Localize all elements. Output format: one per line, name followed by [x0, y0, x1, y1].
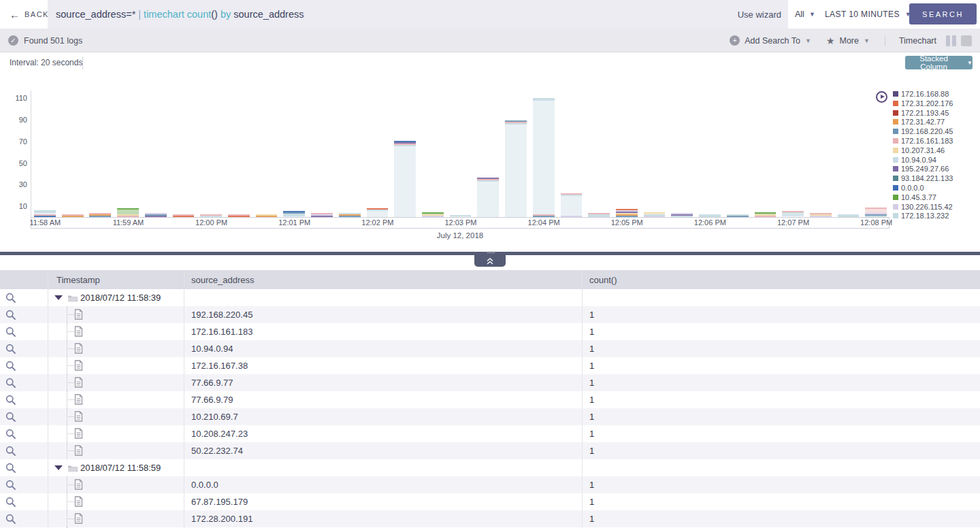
chart-bar-12:05:00[interactable] [616, 209, 638, 217]
table-row[interactable]: 77.66.9.771 [0, 374, 980, 391]
inspect-log-icon[interactable] [5, 395, 16, 408]
chart-bar-12:03:20[interactable] [477, 178, 499, 217]
inspect-log-icon[interactable] [5, 514, 16, 527]
chart-bar-11:58:00[interactable] [34, 210, 56, 217]
table-row[interactable]: 67.87.195.1791 [0, 493, 980, 510]
scope-dropdown[interactable]: All ▼ [795, 0, 815, 29]
inspect-log-icon[interactable] [5, 327, 16, 340]
inspect-log-icon[interactable] [5, 310, 16, 323]
legend-item[interactable]: 93.184.221.133 [893, 174, 953, 182]
inspect-log-icon[interactable] [5, 480, 16, 493]
chart-bar-12:07:00[interactable] [782, 211, 804, 217]
chart-bar-12:02:00[interactable] [367, 208, 389, 217]
legend-swatch [893, 110, 898, 116]
columns-view-icon[interactable] [946, 35, 956, 46]
log-document-icon[interactable] [74, 360, 83, 374]
source-address-value: 0.0.0.0 [191, 476, 218, 493]
chart-bar-11:59:00[interactable] [117, 208, 139, 217]
table-group-row[interactable]: 2018/07/12 11:58:39 [0, 289, 980, 306]
add-search-to-dropdown[interactable]: + Add Search To ▼ [730, 35, 811, 46]
use-wizard-link[interactable]: Use wizard [738, 0, 781, 29]
legend-item[interactable]: 10.94.0.94 [893, 156, 953, 164]
table-row[interactable]: 0.0.0.01 [0, 476, 980, 493]
table-row[interactable]: 172.28.200.1911 [0, 510, 980, 527]
log-document-icon[interactable] [74, 326, 83, 340]
timestamp-cell [48, 510, 184, 527]
inspect-log-icon[interactable] [5, 429, 16, 442]
log-document-icon[interactable] [74, 445, 83, 459]
legend-item[interactable]: 172.16.168.88 [893, 90, 953, 98]
log-document-icon[interactable] [74, 377, 83, 391]
timestamp-cell [48, 476, 184, 493]
table-row[interactable]: 192.168.220.451 [0, 306, 980, 323]
search-query-input[interactable]: source_address=* | timechart count() by … [48, 0, 788, 29]
legend-item[interactable]: 172.31.42.77 [893, 118, 953, 126]
table-row[interactable]: 50.22.232.741 [0, 442, 980, 459]
bar-segment-10.94.0.94 [394, 145, 416, 217]
chart-type-dropdown[interactable]: Stacked Column ▼ [905, 56, 973, 69]
log-document-icon[interactable] [74, 496, 83, 510]
table-row[interactable]: 10.208.247.231 [0, 425, 980, 442]
inspect-log-icon[interactable] [5, 293, 16, 306]
table-row[interactable]: 77.66.9.791 [0, 391, 980, 408]
log-document-icon[interactable] [74, 513, 83, 527]
time-range-dropdown[interactable]: LAST 10 MINUTES ▼ [825, 0, 911, 29]
log-document-icon[interactable] [74, 309, 83, 323]
grid-view-icon[interactable] [961, 35, 972, 46]
table-row[interactable]: 10.94.0.941 [0, 340, 980, 357]
table-row[interactable]: 172.16.161.1831 [0, 323, 980, 340]
legend-item[interactable]: 172.31.202.176 [893, 99, 953, 108]
chart-bar-12:04:20[interactable] [561, 193, 583, 217]
chart-bar-12:02:20[interactable] [394, 141, 416, 217]
legend-label: 10.45.3.77 [901, 193, 936, 201]
chart-bar-12:05:20[interactable] [644, 212, 666, 217]
more-dropdown[interactable]: ★ More ▼ [826, 35, 870, 46]
inspect-log-icon[interactable] [5, 361, 16, 374]
chart-bar-12:01:00[interactable] [283, 211, 305, 217]
collapse-group-icon[interactable] [54, 465, 63, 470]
table-row[interactable]: 10.210.69.71 [0, 408, 980, 425]
legend-item[interactable]: 0.0.0.0 [893, 184, 953, 192]
log-document-icon[interactable] [74, 411, 83, 425]
chart-bar-12:06:40[interactable] [755, 212, 777, 217]
legend-item[interactable]: 172.18.13.232 [893, 212, 953, 220]
collapse-chart-button[interactable] [474, 255, 506, 267]
legend-item[interactable]: 10.45.3.77 [893, 193, 953, 201]
legend-item[interactable]: 192.168.220.45 [893, 127, 953, 135]
chart-bar-12:08:00[interactable] [865, 208, 887, 217]
group-timestamp: 2018/07/12 11:58:39 [80, 289, 161, 306]
timechart-view-label: Timechart [899, 36, 936, 46]
chart-bar-12:04:00[interactable] [533, 98, 555, 218]
legend-item[interactable]: 195.249.27.66 [893, 165, 953, 173]
legend-label: 172.31.42.77 [901, 118, 945, 126]
legend-item[interactable]: 10.207.31.46 [893, 146, 953, 154]
chart-bar-12:03:40[interactable] [505, 120, 527, 217]
table-header-count[interactable]: count() [582, 270, 980, 289]
collapse-group-icon[interactable] [54, 295, 63, 300]
log-document-icon[interactable] [74, 394, 83, 408]
inspect-log-icon[interactable] [5, 463, 16, 476]
log-document-icon[interactable] [74, 479, 83, 493]
log-document-icon[interactable] [74, 428, 83, 442]
legend-item[interactable]: 130.226.115.42 [893, 203, 953, 211]
log-document-icon[interactable] [74, 343, 83, 357]
table-row[interactable]: 172.16.167.381 [0, 357, 980, 374]
inspect-log-icon[interactable] [5, 497, 16, 510]
x-axis-tick-label: 12:01 PM [271, 218, 318, 227]
inspect-log-icon[interactable] [5, 412, 16, 425]
table-group-row[interactable]: 2018/07/12 11:58:59 [0, 459, 980, 476]
inspect-log-icon[interactable] [5, 378, 16, 391]
legend-label: 172.31.202.176 [901, 99, 953, 108]
results-status: ✓ Found 501 logs [8, 29, 82, 52]
play-animation-button[interactable] [876, 91, 887, 103]
legend-item[interactable]: 172.16.161.183 [893, 137, 953, 145]
table-header-timestamp[interactable]: Timestamp [48, 270, 184, 289]
search-button[interactable]: SEARCH [909, 3, 977, 24]
table-header-source-address[interactable]: source_address [184, 270, 582, 289]
legend-item[interactable]: 172.21.193.45 [893, 109, 953, 117]
inspect-log-icon[interactable] [5, 446, 16, 459]
results-toolbar: ✓ Found 501 logs + Add Search To ▼ ★ Mor… [0, 29, 980, 52]
chart-bar-12:02:40[interactable] [422, 212, 444, 217]
inspect-log-icon[interactable] [5, 344, 16, 357]
back-button[interactable]: ← BACK [10, 0, 49, 29]
